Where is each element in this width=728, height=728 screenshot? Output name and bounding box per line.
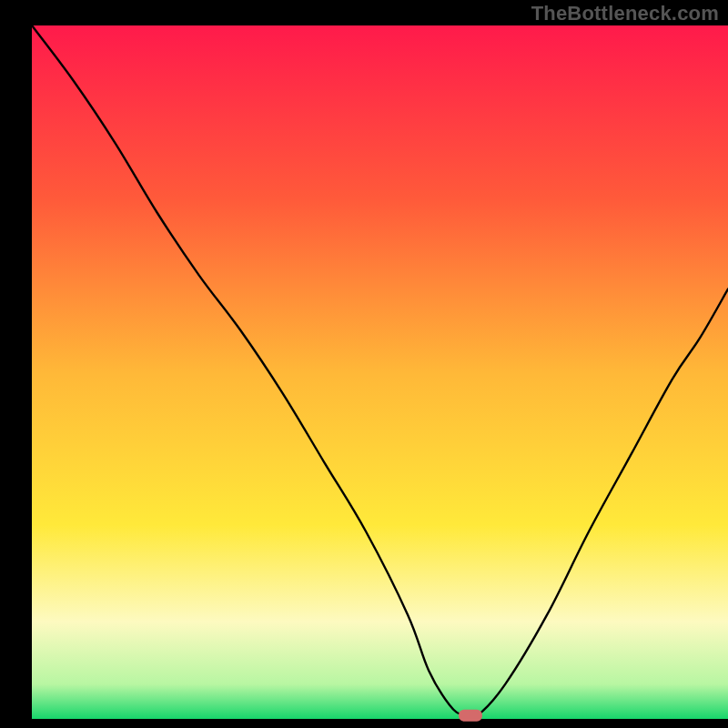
optimal-marker	[459, 710, 482, 722]
chart-background	[32, 25, 728, 719]
watermark-text: TheBottleneck.com	[531, 2, 719, 25]
chart-stage: TheBottleneck.com	[0, 0, 728, 728]
bottleneck-chart	[0, 0, 728, 728]
